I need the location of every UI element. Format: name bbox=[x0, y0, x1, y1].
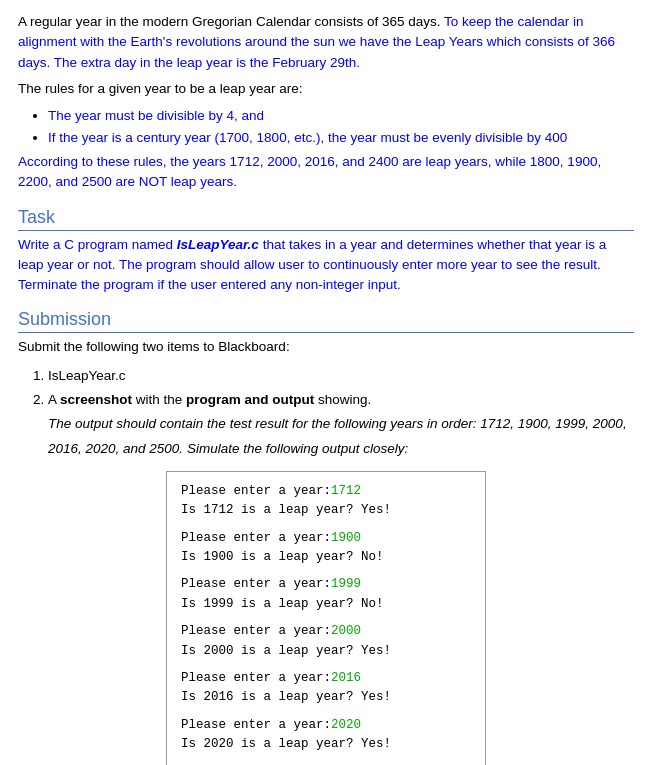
terminal-line-prompt-2000: Please enter a year:2000 bbox=[181, 622, 471, 641]
terminal-line-prompt-1712: Please enter a year:1712 bbox=[181, 482, 471, 501]
task-description: Write a C program named IsLeapYear.c tha… bbox=[18, 235, 634, 296]
submission-item-2: A screenshot with the program and output… bbox=[48, 388, 634, 461]
terminal-block-2000: Please enter a year:2000 Is 2000 is a le… bbox=[181, 622, 471, 661]
submission-list: IsLeapYear.c A screenshot with the progr… bbox=[48, 364, 634, 461]
submission-heading: Submission bbox=[18, 309, 634, 333]
terminal-block-2016: Please enter a year:2016 Is 2016 is a le… bbox=[181, 669, 471, 708]
terminal-line-result-1900: Is 1900 is a leap year? No! bbox=[181, 548, 471, 567]
task-heading: Task bbox=[18, 207, 634, 231]
terminal-line-result-2000: Is 2000 is a leap year? Yes! bbox=[181, 642, 471, 661]
terminal-line-prompt-2016: Please enter a year:2016 bbox=[181, 669, 471, 688]
terminal-line-result-1712: Is 1712 is a leap year? Yes! bbox=[181, 501, 471, 520]
terminal-block-1999: Please enter a year:1999 Is 1999 is a le… bbox=[181, 575, 471, 614]
rule-2: If the year is a century year (1700, 180… bbox=[48, 127, 634, 149]
terminal-line-result-2020: Is 2020 is a leap year? Yes! bbox=[181, 735, 471, 754]
terminal-block-1712: Please enter a year:1712 Is 1712 is a le… bbox=[181, 482, 471, 521]
program-output-label: program and output bbox=[186, 392, 314, 407]
submission-section: Submission Submit the following two item… bbox=[18, 309, 634, 765]
terminal-line-result-1999: Is 1999 is a leap year? No! bbox=[181, 595, 471, 614]
terminal-block-1900: Please enter a year:1900 Is 1900 is a le… bbox=[181, 529, 471, 568]
submission-intro: Submit the following two items to Blackb… bbox=[18, 337, 634, 357]
terminal-block-2020: Please enter a year:2020 Is 2020 is a le… bbox=[181, 716, 471, 755]
output-note: The output should contain the test resul… bbox=[48, 416, 627, 455]
rules-list: The year must be divisible by 4, and If … bbox=[48, 105, 634, 148]
terminal-output: Please enter a year:1712 Is 1712 is a le… bbox=[166, 471, 486, 765]
submission-item-1: IsLeapYear.c bbox=[48, 364, 634, 388]
terminal-line-prompt-1900: Please enter a year:1900 bbox=[181, 529, 471, 548]
intro-paragraph3: According to these rules, the years 1712… bbox=[18, 152, 634, 193]
intro-rules-heading: The rules for a given year to be a leap … bbox=[18, 79, 634, 99]
rule-1: The year must be divisible by 4, and bbox=[48, 105, 634, 127]
screenshot-label: screenshot bbox=[60, 392, 132, 407]
filename: IsLeapYear.c bbox=[177, 237, 259, 252]
intro-section: A regular year in the modern Gregorian C… bbox=[18, 12, 634, 193]
intro-paragraph1: A regular year in the modern Gregorian C… bbox=[18, 12, 634, 73]
terminal-line-result-2016: Is 2016 is a leap year? Yes! bbox=[181, 688, 471, 707]
terminal-line-prompt-2020: Please enter a year:2020 bbox=[181, 716, 471, 735]
terminal-line-prompt-1999: Please enter a year:1999 bbox=[181, 575, 471, 594]
task-section: Task Write a C program named IsLeapYear.… bbox=[18, 207, 634, 296]
